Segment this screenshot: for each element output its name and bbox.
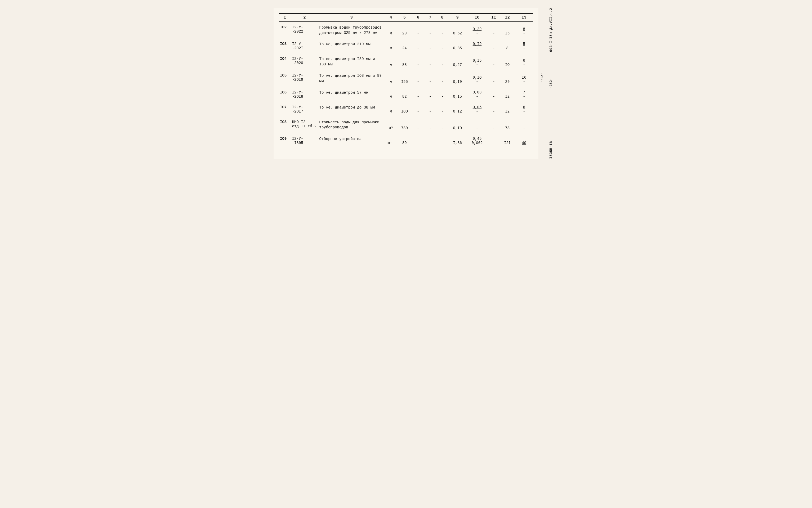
cell-col8: -	[436, 87, 448, 100]
cell-col7: -	[424, 39, 437, 51]
cell-description: То же, диаметром до 38 мм	[318, 102, 385, 115]
header-col-6: 6	[412, 13, 424, 22]
cell-code: I2-У- -2022	[291, 22, 318, 37]
cell-description: Стоимость воды для промывки трубопроводо…	[318, 117, 385, 131]
cell-row-id: IO5	[279, 70, 291, 85]
cell-code: I2-У- -2020	[291, 53, 318, 68]
cell-col10: 0,450,002	[466, 133, 488, 146]
cell-col11: -	[488, 117, 500, 131]
header-col-7: 7	[424, 13, 437, 22]
cell-col6: -	[412, 70, 424, 85]
table-row: IO4I2-У- -2020То же, диаметром I59 мм и …	[279, 53, 533, 68]
cell-unit: м	[385, 39, 397, 51]
cell-code: I2-У- -I895	[291, 133, 318, 146]
cell-col11: -	[488, 22, 500, 37]
side-text-top: 903-I-I5ч Дл.VII,ч.2	[549, 8, 553, 52]
cell-qty: 780	[397, 117, 412, 131]
cell-code: ЦМО I2 отд.II гб.2	[291, 117, 318, 131]
cell-qty: 88	[397, 53, 412, 68]
cell-col9: 0,85	[448, 39, 466, 51]
table-row: IO8ЦМО I2 отд.II гб.2Стоимость воды для …	[279, 117, 533, 131]
cell-col12: 29	[500, 70, 515, 85]
cell-code: I2-У- -2OI9	[291, 70, 318, 85]
header-row: I 2 3 4 5 6 7 8 9 IO II I2 I3	[279, 13, 533, 22]
header-col-2: 2	[291, 13, 318, 22]
side-text-bottom: I535B-I8	[549, 141, 553, 159]
header-col-11: II	[488, 13, 500, 22]
cell-col8: -	[436, 70, 448, 85]
cell-col8: -	[436, 102, 448, 115]
cell-row-id: IO6	[279, 87, 291, 100]
cell-col10: 0,06-	[466, 102, 488, 115]
header-col-12: I2	[500, 13, 515, 22]
header-col-3: 3	[318, 13, 385, 22]
cell-description: То же, диаметром 57 мм	[318, 87, 385, 100]
cell-qty: IOO	[397, 102, 412, 115]
cell-col13: 6-	[515, 102, 533, 115]
cell-code: I2-У- -2OI7	[291, 102, 318, 115]
cell-description: Отборные устройства	[318, 133, 385, 146]
cell-col11: -	[488, 133, 500, 146]
cell-col12: I5	[500, 22, 515, 37]
side-neg262: -262-	[549, 78, 553, 88]
cell-col7: -	[424, 87, 437, 100]
cell-col12: IO	[500, 53, 515, 68]
cell-col11: -	[488, 70, 500, 85]
cell-unit: м	[385, 70, 397, 85]
cell-description: То же, диаметром I59 мм и I33 мм	[318, 53, 385, 68]
cell-unit: м³	[385, 117, 397, 131]
cell-row-id: IO3	[279, 39, 291, 51]
spacer-row	[279, 115, 533, 117]
cell-col10: -	[466, 117, 488, 131]
cell-col12: I2	[500, 102, 515, 115]
cell-col9: 0,I2	[448, 102, 466, 115]
spacer-row	[279, 146, 533, 148]
cell-col6: -	[412, 87, 424, 100]
cell-col13: 8-	[515, 22, 533, 37]
table-row: IO5I2-У- -2OI9То же, диаметром IO8 мм и …	[279, 70, 533, 85]
table-row: IO2I2-У- -2022Промывка водой трубопровод…	[279, 22, 533, 37]
spacer-row	[279, 68, 533, 70]
cell-col6: -	[412, 102, 424, 115]
cell-unit: м	[385, 22, 397, 37]
cell-unit: м	[385, 87, 397, 100]
cell-col7: -	[424, 102, 437, 115]
side-note-262: -262-	[540, 73, 543, 82]
cell-col10: 0,I5-	[466, 53, 488, 68]
cell-col12: I2I	[500, 133, 515, 146]
cell-qty: 29	[397, 22, 412, 37]
cell-col10: 0,08-	[466, 87, 488, 100]
cell-col8: -	[436, 39, 448, 51]
cell-col9: 0,52	[448, 22, 466, 37]
cell-qty: I55	[397, 70, 412, 85]
cell-col11: -	[488, 39, 500, 51]
cell-qty: 89	[397, 133, 412, 146]
cell-code: I2-У- -2OI8	[291, 87, 318, 100]
cell-col7: -	[424, 22, 437, 37]
cell-col9: 0,27	[448, 53, 466, 68]
cell-code: I2-У- -202I	[291, 39, 318, 51]
cell-row-id: IO9	[279, 133, 291, 146]
cell-row-id: IO7	[279, 102, 291, 115]
header-col-8: 8	[436, 13, 448, 22]
cell-col13: 5-	[515, 39, 533, 51]
main-table: I 2 3 4 5 6 7 8 9 IO II I2 I3 IO2I2-У- -…	[279, 13, 533, 148]
cell-qty: 82	[397, 87, 412, 100]
cell-qty: 24	[397, 39, 412, 51]
cell-col8: -	[436, 117, 448, 131]
cell-col11: -	[488, 87, 500, 100]
cell-col10: 0,29-	[466, 22, 488, 37]
spacer-row	[279, 85, 533, 87]
cell-col13: 7-	[515, 87, 533, 100]
cell-col7: -	[424, 117, 437, 131]
cell-col9: 0,I9	[448, 70, 466, 85]
cell-col7: -	[424, 70, 437, 85]
cell-col13: I6--262-	[515, 70, 533, 85]
cell-col10: 0,IO-	[466, 70, 488, 85]
cell-col13: 6-	[515, 53, 533, 68]
header-col-4: 4	[385, 13, 397, 22]
cell-col6: -	[412, 22, 424, 37]
cell-col11: -	[488, 53, 500, 68]
side-label-top: 903-I-I5ч Дл.VII,ч.2	[549, 8, 553, 52]
cell-unit: м	[385, 102, 397, 115]
